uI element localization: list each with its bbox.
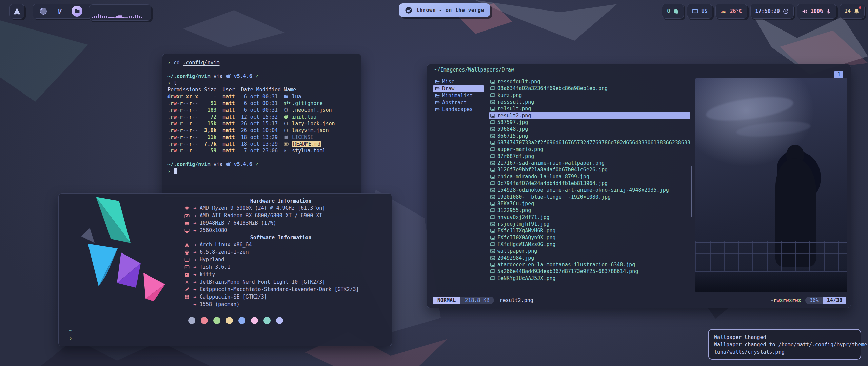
file-name: init.lua: [292, 114, 316, 120]
file-name: 217167-sad-anime-rain-wallpaper.png: [497, 160, 605, 166]
vim-icon[interactable]: V: [55, 7, 64, 16]
image-file-icon: [490, 127, 495, 131]
software-info-item: →Catppuccin-SE [GTK2/3]: [178, 293, 383, 301]
image-file-icon: [490, 276, 495, 281]
fetch-terminal-prompt[interactable]: ~ ›: [69, 327, 72, 342]
image-file-icon: [490, 154, 495, 159]
wallpaper-shard: [183, 10, 285, 47]
file-row[interactable]: 596848.jpg: [489, 126, 690, 133]
hardware-section-title: Hardware Information: [178, 198, 383, 204]
folder-icon: [435, 86, 440, 91]
file-row[interactable]: 3122955.png: [489, 207, 690, 214]
clock-widget[interactable]: 17:50:29: [750, 4, 794, 19]
sidebar-folder-draw[interactable]: Draw: [433, 85, 484, 93]
user: matt: [223, 100, 238, 107]
notification-toast[interactable]: Wallpaper Changed Wallpaper changed to /…: [708, 329, 861, 360]
scrollbar[interactable]: [691, 166, 692, 217]
keyboard-layout-widget[interactable]: US: [687, 4, 712, 19]
palette-dot: [238, 317, 245, 324]
date-modified: 18 oct 13:29: [241, 141, 281, 147]
image-file-icon: [490, 262, 495, 267]
file-row[interactable]: 3126f7e9bbf21a8a4af0b67b041c6e26.jpg: [489, 166, 690, 173]
tab-badge[interactable]: 1: [834, 71, 843, 78]
file-row[interactable]: re1sult.png: [489, 105, 690, 112]
file-row[interactable]: 8FKa7Cu.jpeg: [489, 200, 690, 207]
file-manager-window[interactable]: ~/Imagenes/Wallpapers/Draw 1 MiscDrawMin…: [427, 64, 851, 308]
firefox-icon[interactable]: [39, 7, 48, 16]
font-icon: [184, 280, 190, 285]
file-row[interactable]: result2.png: [489, 112, 690, 119]
media-player-widget[interactable]: thrown - on the verge: [399, 3, 490, 17]
file-row[interactable]: chica-mirando-la-luna-8799.jpg: [489, 173, 690, 180]
permissions: .rw-r--r--: [167, 114, 201, 120]
file-row[interactable]: super-mario.png: [489, 146, 690, 153]
file-row[interactable]: 08a634fa02a32364f69ebc86a98eb1eb.png: [489, 85, 690, 92]
visualizer-bar: [98, 14, 99, 18]
file-name: lazyvim.json: [292, 127, 329, 134]
file-manager-icon[interactable]: [72, 6, 82, 17]
file-row[interactable]: kurz.png: [489, 92, 690, 99]
file-row[interactable]: 217167-sad-anime-rain-wallpaper.png: [489, 160, 690, 166]
folder-name: Draw: [442, 86, 454, 92]
text-cursor: [174, 168, 177, 174]
sidebar-folder-misc[interactable]: Misc: [433, 78, 484, 85]
workspace-widget[interactable]: 0: [662, 4, 684, 19]
fastfetch-window[interactable]: Hardware Information →AMD Ryzen 9 5900X …: [58, 193, 392, 346]
file-row[interactable]: 0c794faf07de24a4db4d4fb1eb813964.jpg: [489, 180, 690, 187]
file-row[interactable]: 5a266e448add93deab367d87173e9f25-6837886…: [489, 268, 690, 275]
file-name: 68747470733a2f2f696d616765732d7769786d70…: [497, 140, 690, 146]
image-file-icon: [490, 86, 495, 91]
file-row[interactable]: resssult.png: [489, 99, 690, 105]
info-value: Catppuccin-Macchiato-Standard-Lavender-D…: [200, 286, 359, 292]
sidebar-folder-minimalist[interactable]: Minimalist: [433, 92, 484, 99]
list-position: 14/38: [823, 297, 846, 304]
volume-widget[interactable]: 100%: [797, 4, 836, 19]
selected-filename: result2.png: [499, 297, 533, 303]
notifications-widget[interactable]: 24: [840, 4, 865, 19]
file-row[interactable]: 154928-odinokoe_anime-art-anime-okno-sin…: [489, 187, 690, 194]
file-name: 08a634fa02a32364f69ebc86a98eb1eb.png: [497, 85, 608, 92]
sidebar-folder-abstract[interactable]: Abstract: [433, 99, 484, 106]
file-row[interactable]: 587597.jpg: [489, 119, 690, 126]
size: 183: [204, 107, 216, 114]
file-row[interactable]: FXfcJlTXgAMvH6R.png: [489, 227, 690, 234]
info-value: Hyprland: [200, 257, 224, 263]
file-row[interactable]: 19201080-__blue-tinge__-1920×1080.jpg: [489, 194, 690, 200]
image-file-icon: [490, 174, 495, 179]
image-file-icon: [490, 113, 495, 118]
file-list-pane: ressdfgult.png08a634fa02a32364f69ebc86a9…: [489, 78, 690, 292]
palette-dot: [251, 317, 258, 324]
arrow-icon: →: [193, 301, 196, 307]
file-row[interactable]: 68747470733a2f2f696d616765732d7769786d70…: [489, 139, 690, 146]
permissions: .rw-r--r--: [167, 120, 201, 127]
file-name: EeNKYgIUcAAJ5JX.png: [497, 275, 556, 281]
file-row[interactable]: wallpaper.png: [489, 248, 690, 255]
file-row[interactable]: nnvuv0xj2df71.jpg: [489, 214, 690, 221]
folder-name: Landscapes: [442, 106, 473, 113]
weather-widget[interactable]: 26°C: [715, 4, 747, 19]
file-row[interactable]: ressdfgult.png: [489, 78, 690, 85]
listing-row: .rw-r--r-- 3,0k matt 26 oct 10:04 {}lazy…: [167, 127, 356, 134]
date-modified: 26 oct 15:17: [241, 120, 281, 127]
file-row[interactable]: rsjqojlmjhf91.jpg: [489, 221, 690, 227]
terminal-window[interactable]: › cd .config/nvim ~/.config/nvim via v5.…: [162, 54, 361, 197]
listing-row: .rw-r--r-- 59 matt 7 oct 23:06 ⚙stylua.t…: [167, 147, 356, 154]
arrow-icon: →: [193, 212, 196, 219]
visualizer-bar: [102, 16, 103, 18]
now-playing-title: thrown - on the verge: [416, 7, 484, 13]
file-row[interactable]: 20492984.jpg: [489, 255, 690, 261]
file-row[interactable]: atardecer-en-la-montanas-ilustracion-634…: [489, 261, 690, 268]
hardware-info-item: →868x366: [178, 227, 383, 234]
file-name: 3122955.png: [497, 207, 531, 214]
terminal-prompt[interactable]: ›: [167, 168, 356, 175]
app-launcher-button[interactable]: [9, 4, 24, 19]
lua-icon: [226, 74, 231, 79]
file-row[interactable]: FXfcHgcWIAMzs0G.png: [489, 241, 690, 248]
file-row[interactable]: EeNKYgIUcAAJ5JX.png: [489, 275, 690, 282]
sidebar-folder-landscapes[interactable]: Landscapes: [433, 106, 484, 113]
file-name: lazy-lock.json: [292, 120, 335, 127]
file-row[interactable]: 87r687df.png: [489, 153, 690, 160]
file-row[interactable]: FXfcII0X0AQyn9X.png: [489, 234, 690, 241]
size: 3,0k: [204, 127, 216, 134]
file-row[interactable]: 866715.png: [489, 133, 690, 139]
